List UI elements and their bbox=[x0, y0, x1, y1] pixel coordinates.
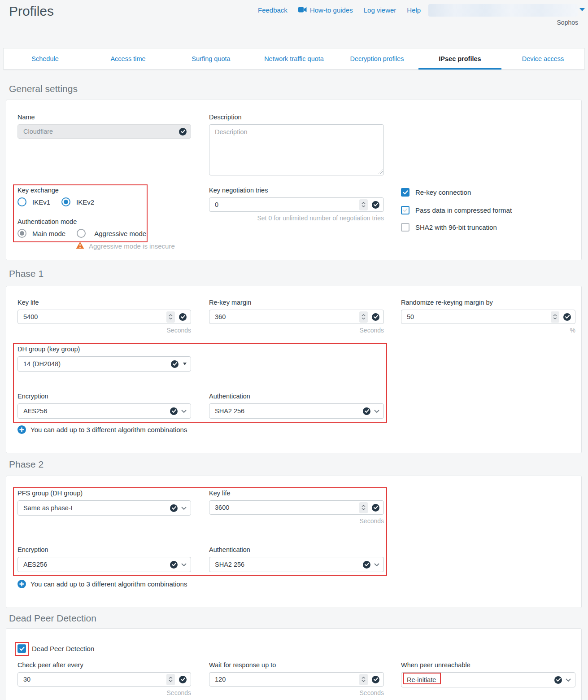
when-unreachable-label: When peer unreachable bbox=[401, 661, 575, 669]
number-stepper[interactable] bbox=[551, 311, 559, 323]
radio-ikev2[interactable]: IKEv2 bbox=[61, 197, 94, 206]
rekey-connection-label: Re-key connection bbox=[415, 188, 471, 196]
check-peer-label: Check peer after every bbox=[17, 661, 191, 669]
tab-surfing-quota[interactable]: Surfing quota bbox=[170, 48, 253, 69]
number-stepper[interactable] bbox=[359, 311, 368, 323]
authentication-select[interactable]: SHA2 256 bbox=[209, 403, 384, 419]
radio-ikev1[interactable]: IKEv1 bbox=[17, 197, 50, 206]
phase2-card: PFS group (DH group) Same as phase-I Key… bbox=[6, 476, 582, 608]
add-icon[interactable] bbox=[17, 425, 26, 434]
key-life-label: Key life bbox=[17, 299, 191, 306]
rekey-connection-checkbox-row[interactable]: Re-key connection bbox=[401, 188, 512, 197]
valid-check-icon bbox=[363, 407, 370, 415]
key-life-input[interactable]: 5400 bbox=[17, 310, 191, 324]
log-viewer-label: Log viewer bbox=[364, 6, 396, 14]
sha2-truncation-checkbox-row[interactable]: SHA2 with 96-bit truncation bbox=[401, 223, 512, 232]
feedback-label: Feedback bbox=[258, 6, 287, 14]
check-peer-input[interactable]: 30 bbox=[17, 672, 191, 687]
phase1-heading: Phase 1 bbox=[9, 268, 44, 279]
radio-aggressive-mode[interactable]: Aggressive mode bbox=[77, 229, 146, 238]
key-negotiation-tries-input[interactable]: 0 bbox=[209, 197, 384, 212]
phase2-key-life-unit: Seconds bbox=[209, 517, 384, 525]
description-label: Description bbox=[209, 114, 384, 121]
wait-response-unit: Seconds bbox=[209, 689, 384, 696]
key-negotiation-tries-label: Key negotiation tries bbox=[209, 187, 384, 194]
valid-check-icon bbox=[171, 360, 179, 368]
dh-group-label: DH group (key group) bbox=[17, 346, 191, 353]
dpd-enable-label: Dead Peer Detection bbox=[32, 645, 94, 652]
phase2-encryption-select[interactable]: AES256 bbox=[17, 557, 191, 572]
encryption-label: Encryption bbox=[17, 393, 191, 400]
caret-down-icon[interactable] bbox=[579, 8, 585, 11]
tab-decryption-profiles[interactable]: Decryption profiles bbox=[335, 48, 418, 69]
chevron-down-icon bbox=[374, 410, 379, 413]
tab-device-access[interactable]: Device access bbox=[501, 48, 584, 69]
number-stepper[interactable] bbox=[359, 674, 368, 685]
phase1-add-note: You can add up to 3 different algorithm … bbox=[30, 426, 187, 433]
log-viewer-link[interactable]: Log viewer bbox=[364, 6, 396, 14]
compressed-format-label: Pass data in compressed format bbox=[415, 206, 512, 214]
tab-schedule[interactable]: Schedule bbox=[4, 48, 87, 69]
compressed-format-checkbox-row[interactable]: Pass data in compressed format bbox=[401, 206, 512, 214]
phase2-encryption-value: AES256 bbox=[23, 561, 170, 568]
checkbox-checked-icon[interactable] bbox=[17, 644, 26, 653]
encryption-select[interactable]: AES256 bbox=[17, 403, 191, 419]
phase2-key-life-value: 3600 bbox=[215, 504, 359, 511]
dh-group-select[interactable]: 14 (DH2048) bbox=[17, 356, 191, 372]
key-exchange-label: Key exchange bbox=[17, 187, 105, 194]
howto-guides-label: How-to guides bbox=[310, 6, 353, 14]
key-negotiation-help: Set 0 for unlimited number of negotiatio… bbox=[209, 214, 384, 222]
add-icon[interactable] bbox=[17, 580, 26, 588]
radio-selected-icon[interactable] bbox=[61, 197, 70, 206]
radio-ikev2-label: IKEv2 bbox=[76, 198, 94, 206]
number-stepper[interactable] bbox=[359, 199, 368, 210]
feedback-link[interactable]: Feedback bbox=[258, 6, 287, 14]
number-stepper[interactable] bbox=[359, 502, 368, 513]
number-stepper[interactable] bbox=[166, 311, 175, 323]
pfs-group-select[interactable]: Same as phase-I bbox=[17, 500, 191, 516]
number-stepper[interactable] bbox=[166, 674, 175, 685]
dropdown-caret-icon bbox=[183, 363, 187, 365]
description-textarea[interactable] bbox=[209, 124, 384, 175]
general-settings-card: Name Cloudflare Description Key exchange… bbox=[6, 100, 582, 260]
when-unreachable-select[interactable]: Re-initiate bbox=[401, 672, 575, 687]
tab-access-time[interactable]: Access time bbox=[87, 48, 170, 69]
dpd-enable-checkbox-row[interactable]: Dead Peer Detection bbox=[17, 644, 94, 653]
valid-check-icon bbox=[563, 313, 571, 321]
key-life-value: 5400 bbox=[23, 313, 166, 320]
randomize-margin-input[interactable]: 50 bbox=[401, 310, 575, 324]
radio-selected-disabled-icon[interactable] bbox=[17, 229, 26, 238]
checkbox-disabled-icon[interactable] bbox=[401, 223, 409, 232]
chevron-down-icon bbox=[181, 507, 187, 510]
phase2-key-life-input[interactable]: 3600 bbox=[209, 500, 384, 515]
checkbox-checked-icon[interactable] bbox=[401, 188, 409, 197]
phase2-authentication-select[interactable]: SHA2 256 bbox=[209, 557, 384, 572]
encryption-value: AES256 bbox=[23, 407, 170, 415]
when-unreachable-value: Re-initiate bbox=[407, 676, 554, 683]
radio-icon[interactable] bbox=[17, 197, 26, 206]
howto-guides-link[interactable]: How-to guides bbox=[298, 6, 353, 14]
chevron-down-icon bbox=[181, 410, 187, 413]
stepper-down-icon bbox=[362, 205, 366, 207]
wait-response-label: Wait for response up to bbox=[209, 661, 384, 669]
page-title: Profiles bbox=[9, 4, 54, 19]
authentication-label: Authentication bbox=[209, 393, 384, 400]
aggressive-mode-warning: Aggressive mode is insecure bbox=[89, 242, 175, 250]
help-label: Help bbox=[407, 6, 421, 14]
wait-response-value: 120 bbox=[215, 676, 359, 683]
radio-disabled-icon[interactable] bbox=[77, 229, 86, 238]
key-life-unit: Seconds bbox=[17, 327, 191, 334]
rekey-margin-value: 360 bbox=[215, 313, 359, 320]
account-menu-redacted[interactable] bbox=[428, 4, 578, 17]
rekey-margin-input[interactable]: 360 bbox=[209, 310, 384, 324]
pfs-group-label: PFS group (DH group) bbox=[17, 490, 191, 497]
wait-response-input[interactable]: 120 bbox=[209, 672, 384, 687]
tab-network-traffic-quota[interactable]: Network traffic quota bbox=[253, 48, 335, 69]
checkbox-unchecked-icon[interactable] bbox=[401, 206, 409, 214]
valid-check-icon bbox=[372, 504, 379, 512]
tab-ipsec-profiles[interactable]: IPsec profiles bbox=[418, 48, 501, 69]
radio-main-mode[interactable]: Main mode bbox=[17, 229, 65, 238]
authentication-value: SHA2 256 bbox=[215, 407, 363, 415]
phase1-card: Key life 5400 Seconds Re-key margin 360 bbox=[6, 286, 582, 453]
help-link[interactable]: Help bbox=[407, 6, 421, 14]
